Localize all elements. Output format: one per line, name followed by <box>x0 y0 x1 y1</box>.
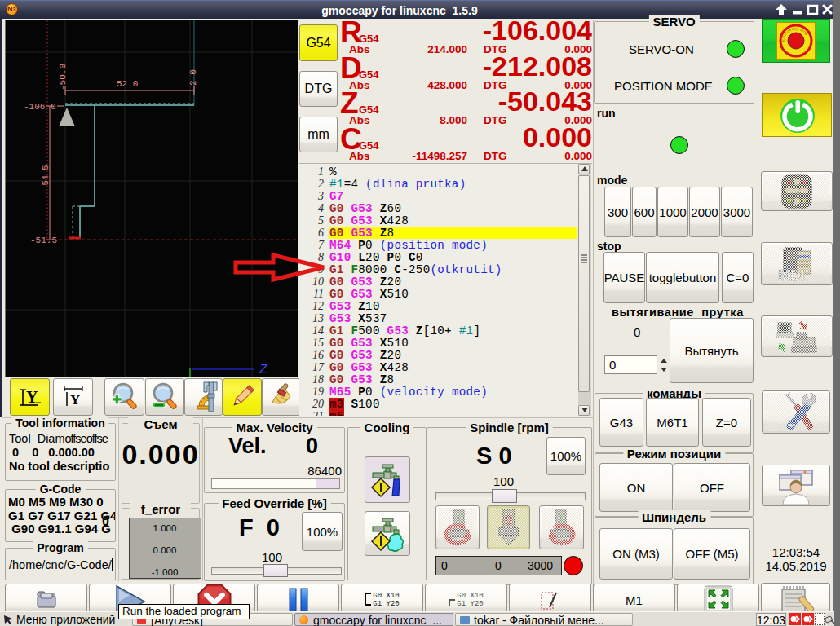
svg-text:Y: Y <box>26 388 38 406</box>
svg-text:-106 0: -106 0 <box>24 102 56 112</box>
svg-text:54 5: 54 5 <box>41 165 51 185</box>
svg-text:-50.0: -50.0 <box>58 64 68 90</box>
svg-text:-51.5: -51.5 <box>30 236 57 245</box>
svg-text:Z: Z <box>259 363 267 377</box>
svg-text:0: 0 <box>505 514 512 527</box>
svg-text:Y: Y <box>70 392 80 408</box>
svg-text:2 0: 2 0 <box>188 69 198 86</box>
svg-text:52 0: 52 0 <box>117 79 138 89</box>
svg-text:MDI: MDI <box>778 267 805 283</box>
